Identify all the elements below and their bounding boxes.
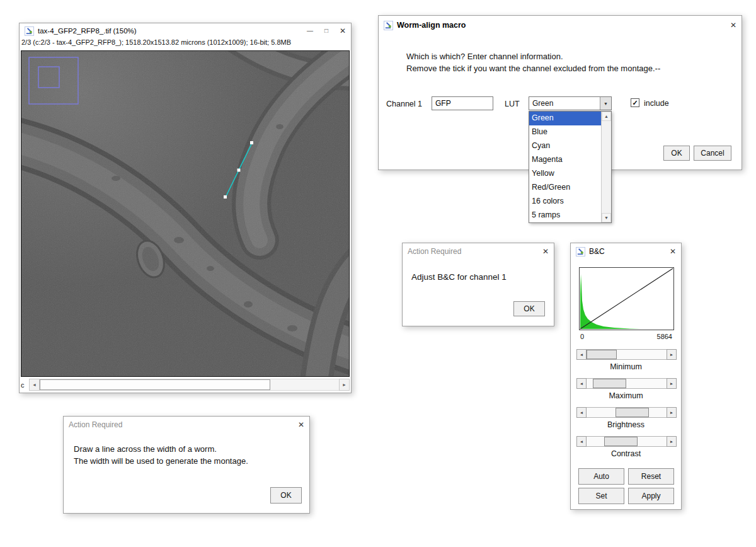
slider-right-arrow-icon[interactable]: ►: [667, 378, 677, 389]
brightness-slider-track[interactable]: [587, 407, 667, 418]
left-arrow-glyph: ◄: [580, 410, 583, 415]
contrast-label: Contrast: [571, 449, 681, 458]
scroll-up-icon[interactable]: ▲: [602, 112, 611, 121]
brightness-slider-thumb[interactable]: [616, 408, 649, 417]
brightness-slider[interactable]: ◄ ►: [576, 407, 677, 418]
image-noise: [21, 51, 349, 376]
scroll-down-glyph: ▼: [604, 216, 609, 220]
action-bc-titlebar[interactable]: Action Required ✕: [403, 243, 554, 260]
image-window-title: tax-4_GFP2_RFP8_.tif (150%): [38, 27, 137, 35]
lut-label: LUT: [505, 100, 520, 108]
lut-option-red-green[interactable]: Red/Green: [529, 181, 601, 195]
minimize-icon[interactable]: —: [307, 28, 313, 34]
close-icon[interactable]: ✕: [298, 421, 304, 429]
lut-option-green[interactable]: Green: [529, 112, 601, 125]
lut-options: Green Blue Cyan Magenta Yellow Red/Green…: [529, 112, 601, 222]
microscopy-canvas[interactable]: [21, 51, 349, 376]
image-window-titlebar[interactable]: tax-4_GFP2_RFP8_.tif (150%) — □ ✕: [20, 23, 351, 38]
ok-button[interactable]: OK: [663, 146, 690, 161]
cancel-button[interactable]: Cancel: [694, 146, 731, 161]
maximum-slider-track[interactable]: [587, 378, 667, 389]
right-arrow-glyph: ►: [670, 439, 673, 444]
channel-1-label: Channel 1: [386, 100, 422, 108]
scroll-left-icon[interactable]: ◄: [29, 379, 40, 391]
lut-selected-value: Green: [529, 97, 600, 110]
close-icon[interactable]: ✕: [542, 248, 549, 255]
apply-button[interactable]: Apply: [628, 488, 674, 504]
action-bc-title: Action Required: [408, 247, 461, 256]
slider-right-arrow-icon[interactable]: ►: [667, 349, 677, 360]
scroll-right-icon[interactable]: ►: [339, 379, 350, 391]
hist-min-value: 0: [580, 333, 584, 340]
left-arrow-glyph: ◄: [580, 439, 583, 444]
imagej-icon: [384, 21, 393, 30]
maximum-slider-thumb[interactable]: [593, 379, 626, 388]
worm-align-title: Worm-align macro: [397, 21, 466, 30]
image-status-line: 2/3 (c:2/3 - tax-4_GFP2_RFP8_); 1518.20x…: [21, 38, 349, 50]
histogram-green-curve: [580, 274, 643, 329]
action-required-line-dialog: Action Required ✕ Draw a line across the…: [63, 416, 310, 514]
ok-button[interactable]: OK: [270, 487, 302, 504]
action-line-title: Action Required: [69, 420, 122, 429]
imagej-icon: [576, 247, 585, 256]
left-arrow-glyph: ◄: [580, 352, 583, 357]
action-line-message-1: Draw a line across the width of a worm.: [74, 444, 217, 454]
image-window: tax-4_GFP2_RFP8_.tif (150%) — □ ✕ 2/3 (c…: [19, 23, 352, 393]
bc-title: B&C: [589, 247, 605, 256]
lut-option-magenta[interactable]: Magenta: [529, 153, 601, 167]
worm-align-titlebar[interactable]: Worm-align macro ✕: [379, 16, 742, 35]
close-icon[interactable]: ✕: [670, 248, 676, 255]
instruction-line-1: Which is which? Enter channel informatio…: [406, 52, 563, 61]
worm-align-dialog: Worm-align macro ✕ Which is which? Enter…: [378, 15, 742, 170]
minimum-slider[interactable]: ◄ ►: [576, 349, 677, 360]
ok-button[interactable]: OK: [513, 301, 545, 316]
slider-left-arrow-icon[interactable]: ◄: [576, 436, 587, 447]
action-required-bc-dialog: Action Required ✕ Adjust B&C for channel…: [402, 243, 554, 326]
auto-button[interactable]: Auto: [578, 468, 624, 485]
slider-right-arrow-icon[interactable]: ►: [667, 407, 677, 418]
action-line-titlebar[interactable]: Action Required ✕: [64, 417, 309, 433]
close-icon[interactable]: ✕: [730, 21, 736, 29]
contrast-slider[interactable]: ◄ ►: [576, 436, 677, 447]
combo-dropdown-icon[interactable]: ▼: [600, 97, 611, 110]
bc-titlebar[interactable]: B&C ✕: [571, 243, 681, 260]
right-arrow-glyph: ►: [670, 381, 673, 386]
scroll-left-glyph: ◄: [32, 383, 37, 387]
right-arrow-glyph: ►: [670, 352, 673, 357]
scroll-right-glyph: ►: [342, 383, 346, 387]
dropdown-scroll-track[interactable]: [602, 121, 611, 213]
lut-option-cyan[interactable]: Cyan: [529, 139, 601, 153]
lut-mapping-line: [580, 268, 673, 329]
brightness-label: Brightness: [571, 420, 681, 429]
set-button[interactable]: Set: [578, 488, 624, 504]
dropdown-scrollbar[interactable]: ▲ ▼: [601, 112, 611, 222]
slider-left-arrow-icon[interactable]: ◄: [576, 407, 587, 418]
contrast-slider-thumb[interactable]: [604, 437, 638, 446]
minimum-slider-track[interactable]: [587, 349, 667, 360]
lut-option-5-ramps[interactable]: 5 ramps: [529, 209, 601, 222]
channel-name-input[interactable]: [432, 96, 493, 110]
contrast-slider-track[interactable]: [587, 436, 667, 447]
scroll-thumb[interactable]: [40, 379, 270, 390]
lut-combobox[interactable]: Green ▼: [529, 96, 612, 110]
slider-left-arrow-icon[interactable]: ◄: [576, 349, 587, 360]
right-arrow-glyph: ►: [670, 410, 673, 415]
reset-button[interactable]: Reset: [628, 468, 674, 485]
include-checkbox[interactable]: ✓: [631, 98, 639, 107]
lut-option-16-colors[interactable]: 16 colors: [529, 195, 601, 209]
maximum-slider[interactable]: ◄ ►: [576, 378, 677, 389]
lut-option-yellow[interactable]: Yellow: [529, 167, 601, 181]
slider-right-arrow-icon[interactable]: ►: [667, 436, 677, 447]
channel-scrollbar: c ◄ ►: [21, 379, 350, 391]
scroll-down-icon[interactable]: ▼: [602, 213, 611, 222]
include-label: include: [644, 99, 669, 108]
scroll-track[interactable]: [40, 379, 339, 391]
maximize-icon[interactable]: □: [324, 28, 328, 34]
minimum-slider-thumb[interactable]: [587, 350, 617, 359]
left-arrow-glyph: ◄: [580, 381, 583, 386]
slider-left-arrow-icon[interactable]: ◄: [576, 378, 587, 389]
imagej-icon: [25, 26, 34, 36]
close-icon[interactable]: ✕: [340, 27, 346, 35]
lut-option-blue[interactable]: Blue: [529, 125, 601, 139]
check-icon: ✓: [632, 99, 638, 107]
